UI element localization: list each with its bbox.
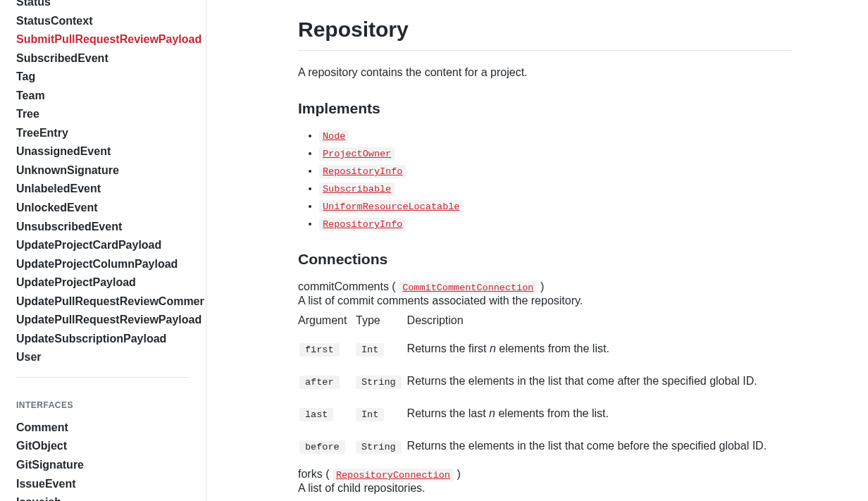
sidebar-item-object[interactable]: User [16, 348, 204, 367]
connection-description: A list of child repositories. [298, 482, 791, 495]
sidebar-item-interface[interactable]: IssueEvent [16, 475, 204, 494]
type-link[interactable]: Node [319, 130, 349, 143]
sidebar-item-object[interactable]: UnlabeledEvent [16, 180, 204, 199]
connection-name: commitComments [298, 280, 392, 292]
type-link[interactable]: CommitCommentConnection [399, 281, 537, 295]
sidebar-item-object[interactable]: TreeEntry [16, 124, 204, 143]
implements-item: RepositoryInfo [319, 165, 791, 177]
sidebar-item-object[interactable]: UnassignedEvent [16, 142, 204, 161]
page-title: Repository [298, 18, 791, 42]
connections-heading: Connections [298, 251, 791, 268]
argument-type: String [356, 376, 402, 389]
sidebar-item-object[interactable]: UpdateSubscriptionPayload [16, 330, 204, 349]
argument-name: last [299, 408, 333, 421]
connection-description: A list of commit comments associated wit… [298, 295, 791, 307]
implements-item: Node [319, 130, 791, 142]
page-description: A repository contains the content for a … [298, 66, 791, 79]
table-header: Description [407, 311, 791, 333]
argument-description: Returns the first n elements from the li… [407, 333, 791, 365]
connection-signature: commitComments ( CommitCommentConnection… [298, 280, 791, 293]
argument-description: Returns the last n elements from the lis… [407, 397, 791, 430]
sidebar-item-interface[interactable]: Comment [16, 419, 204, 438]
type-link[interactable]: RepositoryInfo [319, 218, 406, 231]
sidebar-item-object[interactable]: UnknownSignature [16, 161, 204, 180]
implements-item: RepositoryInfo [319, 218, 791, 230]
sidebar-item-object[interactable]: Status [16, 0, 204, 12]
sidebar-item-object[interactable]: UnlockedEvent [16, 199, 204, 218]
argument-name: before [299, 440, 345, 454]
implements-list: NodeProjectOwnerRepositoryInfoSubscribab… [298, 130, 791, 230]
sidebar: StatusStatusContextSubmitPullRequestRevi… [0, 0, 206, 501]
sidebar-item-object[interactable]: UpdatePullRequestReviewPayload [16, 311, 204, 330]
type-link[interactable]: RepositoryConnection [333, 469, 454, 482]
argument-name: first [299, 343, 340, 357]
connection-signature: forks ( RepositoryConnection ) [298, 468, 791, 481]
argument-name: after [299, 376, 340, 389]
connection-name: forks [298, 468, 326, 480]
sidebar-item-object[interactable]: SubscribedEvent [16, 49, 204, 68]
implements-heading: Implements [298, 100, 791, 117]
sidebar-item-interface[interactable]: GitSignature [16, 456, 204, 475]
argument-type: Int [356, 408, 384, 421]
table-row: afterStringReturns the elements in the l… [298, 365, 791, 397]
sidebar-item-object[interactable]: Tree [16, 105, 204, 124]
title-underline [298, 50, 791, 51]
implements-item: UniformResourceLocatable [319, 200, 791, 212]
argument-type: Int [356, 343, 384, 357]
sidebar-item-object[interactable]: StatusContext [16, 12, 204, 31]
argument-type: String [356, 440, 402, 454]
table-row: beforeStringReturns the elements in the … [298, 430, 791, 462]
sidebar-item-object[interactable]: UnsubscribedEvent [16, 218, 204, 237]
type-link[interactable]: ProjectOwner [319, 147, 395, 161]
sidebar-item-object[interactable]: Team [16, 87, 204, 106]
table-header: Argument [298, 311, 356, 333]
sidebar-item-object[interactable]: UpdateProjectColumnPayload [16, 255, 204, 274]
argument-description: Returns the elements in the list that co… [407, 430, 791, 462]
sidebar-item-object[interactable]: Tag [16, 68, 204, 87]
sidebar-item-object[interactable]: SubmitPullRequestReviewPayload [16, 30, 204, 49]
interfaces-header: INTERFACES [16, 400, 204, 410]
argument-description: Returns the elements in the list that co… [407, 365, 791, 397]
sidebar-item-interface[interactable]: GitObject [16, 437, 204, 456]
table-header: Type [356, 311, 407, 333]
sidebar-item-object[interactable]: UpdateProjectPayload [16, 273, 204, 292]
implements-item: Subscribable [319, 183, 791, 194]
table-row: lastIntReturns the last n elements from … [298, 397, 791, 430]
arguments-table: ArgumentTypeDescriptionfirstIntReturns t… [298, 311, 791, 462]
implements-item: ProjectOwner [319, 147, 791, 159]
type-link[interactable]: RepositoryInfo [319, 165, 406, 178]
main-content: Repository A repository contains the con… [206, 0, 868, 501]
sidebar-item-object[interactable]: UpdateProjectCardPayload [16, 236, 204, 255]
type-link[interactable]: Subscribable [319, 183, 395, 196]
type-link[interactable]: UniformResourceLocatable [319, 200, 463, 214]
table-row: firstIntReturns the first n elements fro… [298, 333, 791, 365]
sidebar-item-interface[interactable]: Issueish [16, 493, 204, 501]
sidebar-item-object[interactable]: UpdatePullRequestReviewCommentP [16, 292, 204, 311]
sidebar-divider [16, 377, 189, 378]
